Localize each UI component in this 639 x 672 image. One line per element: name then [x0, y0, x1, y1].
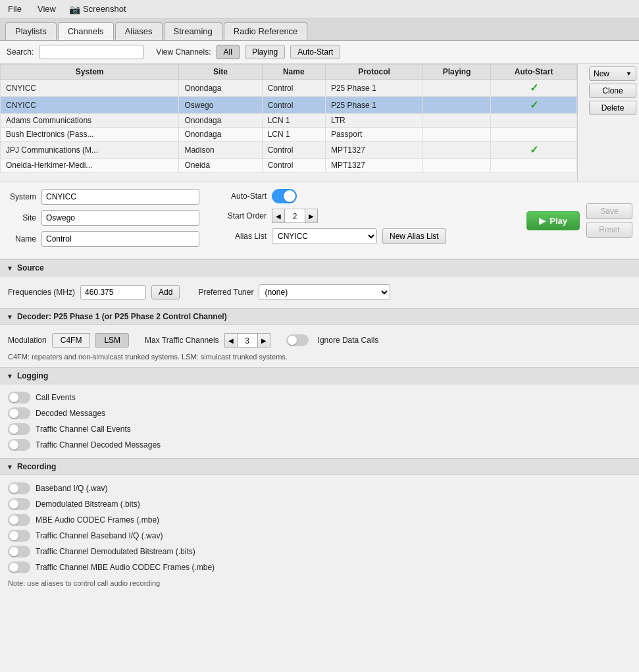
logging-toggle[interactable] — [8, 407, 30, 419]
logging-content: Call Events Decoded Messages Traffic Cha… — [0, 384, 639, 458]
logging-toggle[interactable] — [8, 392, 30, 403]
tab-playlists[interactable]: Playlists — [5, 22, 57, 40]
autostart-label: Auto-Start — [217, 192, 267, 201]
cell-playing — [423, 159, 491, 172]
toggle-knob — [9, 393, 18, 402]
max-traffic-decrement[interactable]: ◀ — [224, 333, 238, 348]
max-traffic-stepper: ◀ 3 ▶ — [224, 333, 270, 348]
add-frequency-button[interactable]: Add — [151, 285, 180, 299]
recording-toggle[interactable] — [8, 546, 30, 557]
delete-button[interactable]: Delete — [589, 101, 636, 115]
recording-item: Demodulated Bitstream (.bits) — [8, 496, 631, 512]
recording-content: Baseband I/Q (.wav) Demodulated Bitstrea… — [0, 475, 639, 594]
recording-toggle[interactable] — [8, 561, 30, 573]
cell-autostart: ✓ — [491, 80, 577, 97]
cell-autostart: ✓ — [491, 97, 577, 114]
cell-protocol: P25 Phase 1 — [325, 97, 422, 114]
play-label: Play — [550, 216, 567, 226]
tab-streaming[interactable]: Streaming — [164, 22, 222, 40]
detail-panel: System Site Name Auto-Start Start Order — [0, 182, 639, 259]
cell-name: Control — [262, 159, 325, 172]
modulation-label: Modulation — [8, 336, 47, 345]
start-order-increment[interactable]: ▶ — [305, 209, 318, 223]
menu-bar: File View 📷 Screenshot — [0, 0, 639, 18]
scrollbar[interactable] — [577, 64, 586, 182]
lsm-button[interactable]: LSM — [95, 333, 129, 348]
table-row[interactable]: CNYICC Oswego Control P25 Phase 1 ✓ — [1, 97, 577, 114]
col-name: Name — [262, 65, 325, 80]
max-traffic-increment[interactable]: ▶ — [257, 333, 270, 348]
recording-toggle[interactable] — [8, 514, 30, 526]
ignore-data-knob — [288, 336, 297, 345]
cell-site: Onondaga — [179, 80, 262, 97]
menu-file[interactable]: File — [5, 3, 24, 15]
cell-name: Control — [262, 80, 325, 97]
clone-button[interactable]: Clone — [589, 84, 636, 98]
logging-item: Traffic Channel Decoded Messages — [8, 437, 631, 453]
logging-header[interactable]: ▼ Logging — [0, 367, 639, 384]
search-input[interactable] — [39, 45, 144, 59]
filter-autostart-button[interactable]: Auto-Start — [290, 45, 340, 59]
log-item-label: Decoded Messages — [36, 409, 105, 418]
rec-item-label: Traffic Channel MBE Audio CODEC Frames (… — [36, 563, 215, 572]
rec-item-label: Traffic Channel Baseband I/Q (.wav) — [36, 531, 163, 540]
cell-system: Adams Communications — [1, 114, 179, 128]
decoder-header[interactable]: ▼ Decoder: P25 Phase 1 (or P25 Phase 2 C… — [0, 308, 639, 325]
col-protocol: Protocol — [325, 65, 422, 80]
logging-toggle[interactable] — [8, 439, 30, 451]
col-system: System — [1, 65, 179, 80]
name-input[interactable] — [41, 231, 199, 247]
new-button[interactable]: New ▼ — [589, 66, 636, 81]
recording-toggle[interactable] — [8, 498, 30, 510]
recording-note: Note: use aliases to control call audio … — [8, 575, 631, 588]
table-row[interactable]: Oneida-Herkimer-Medi... Oneida Control M… — [1, 159, 577, 172]
rec-item-label: MBE Audio CODEC Frames (.mbe) — [36, 515, 159, 525]
toggle-knob — [284, 190, 295, 202]
frequency-input[interactable] — [80, 285, 146, 299]
logging-item: Traffic Channel Call Events — [8, 421, 631, 437]
autostart-toggle[interactable] — [272, 189, 297, 203]
rec-item-label: Demodulated Bitstream (.bits) — [36, 500, 140, 509]
start-order-value: 2 — [285, 209, 305, 223]
site-input[interactable] — [41, 210, 199, 226]
ignore-data-toggle[interactable] — [286, 334, 309, 346]
cell-site: Oswego — [179, 97, 262, 114]
new-alias-list-button[interactable]: New Alias List — [382, 228, 446, 244]
filter-playing-button[interactable]: Playing — [245, 45, 285, 59]
start-order-label: Start Order — [217, 211, 267, 220]
recording-header[interactable]: ▼ Recording — [0, 458, 639, 475]
logging-label: Logging — [17, 371, 48, 380]
tab-aliases[interactable]: Aliases — [115, 22, 163, 40]
table-row[interactable]: Adams Communications Onondaga LCN 1 LTR — [1, 114, 577, 128]
max-traffic-value: 3 — [238, 333, 257, 348]
filter-all-button[interactable]: All — [217, 45, 240, 59]
log-item-label: Traffic Channel Decoded Messages — [36, 440, 161, 450]
save-button[interactable]: Save — [586, 203, 632, 219]
play-button[interactable]: ▶ Play — [526, 211, 580, 230]
cell-system: CNYICC — [1, 80, 179, 97]
cell-name: Control — [262, 97, 325, 114]
toggle-knob — [9, 515, 18, 525]
logging-toggle[interactable] — [8, 423, 30, 435]
preferred-tuner-select[interactable]: (none) — [259, 284, 390, 300]
new-dropdown-arrow: ▼ — [626, 70, 632, 77]
start-order-decrement[interactable]: ◀ — [272, 209, 285, 223]
alias-list-select[interactable]: CNYICC — [272, 228, 377, 244]
toggle-knob — [9, 484, 18, 493]
table-row[interactable]: JPJ Communications (M... Madison Control… — [1, 142, 577, 159]
recording-toggle[interactable] — [8, 482, 30, 494]
menu-view[interactable]: View — [35, 3, 59, 15]
table-row[interactable]: CNYICC Onondaga Control P25 Phase 1 ✓ — [1, 80, 577, 97]
reset-button[interactable]: Reset — [586, 222, 632, 238]
cell-autostart — [491, 159, 577, 172]
cell-site: Onondaga — [179, 128, 262, 142]
tab-radio-reference[interactable]: Radio Reference — [224, 22, 308, 40]
tab-channels[interactable]: Channels — [58, 22, 114, 40]
table-row[interactable]: Bush Electronics (Pass... Onondaga LCN 1… — [1, 128, 577, 142]
recording-toggle[interactable] — [8, 530, 30, 542]
source-header[interactable]: ▼ Source — [0, 259, 639, 276]
c4fm-button[interactable]: C4FM — [52, 333, 91, 348]
system-input[interactable] — [41, 189, 199, 205]
cell-autostart — [491, 128, 577, 142]
cell-system: CNYICC — [1, 97, 179, 114]
